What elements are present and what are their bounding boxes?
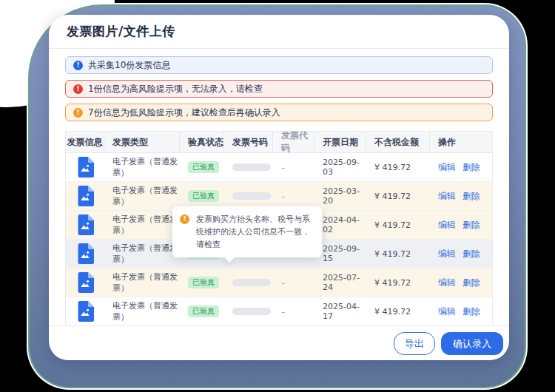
- cell-invoice-info: [66, 214, 104, 235]
- issue-date-text: 2025-03-20: [323, 186, 366, 206]
- modal-header: 发票图片/文件上传: [49, 15, 509, 49]
- issue-date-text: 2025-04-17: [323, 302, 366, 321]
- amount-text: ¥ 419.72: [374, 220, 411, 230]
- invoice-image-document-icon[interactable]: [76, 243, 94, 264]
- cell-invoice-number: [224, 279, 273, 286]
- cell-invoice-number: [224, 192, 273, 200]
- invoice-type-text: 电子发票（普通发票）: [112, 214, 180, 236]
- invoice-code-text: –: [281, 278, 286, 288]
- cell-invoice-type: 电子发票（普通发票）: [104, 271, 180, 294]
- invoice-code-text: –: [281, 163, 286, 172]
- edit-link[interactable]: 编辑: [438, 161, 456, 174]
- alert-text: 7份信息为低风险提示项，建议检查后再确认录入: [88, 107, 280, 119]
- modal-footer: 导出 确认录入: [49, 325, 509, 360]
- issue-date-text: 2025-09-03: [323, 158, 366, 177]
- column-header-actions: 操作: [430, 132, 492, 152]
- cell-verify-status: 已验真: [180, 161, 224, 173]
- cell-invoice-code: –: [273, 163, 314, 172]
- delete-link[interactable]: 删除: [462, 190, 480, 203]
- cell-amount: ¥ 419.72: [366, 249, 430, 259]
- cell-invoice-number: [224, 163, 273, 171]
- alert-high-risk: ! 1份信息为高风险提示项，无法录入，请检查: [65, 80, 493, 98]
- status-badge: 已验真: [188, 305, 219, 317]
- cell-issue-date: 2025-03-20: [314, 186, 366, 206]
- cell-verify-status: 已验真: [180, 277, 224, 288]
- delete-link[interactable]: 删除: [462, 248, 480, 260]
- column-header-invoice-number: 发票号码: [224, 132, 273, 152]
- cell-amount: ¥ 419.72: [366, 220, 430, 230]
- cell-invoice-type: 电子发票（普通发票）: [104, 156, 180, 178]
- amount-text: ¥ 419.72: [374, 163, 411, 172]
- invoice-image-document-icon[interactable]: [76, 214, 94, 235]
- cell-invoice-code: –: [273, 278, 314, 288]
- alert-text: 1份信息为高风险提示项，无法录入，请检查: [88, 83, 263, 95]
- issue-date-text: 2025-07-24: [323, 273, 366, 292]
- cell-issue-date: 2025-07-24: [314, 273, 366, 292]
- column-header-issue-date: 开票日期: [314, 132, 366, 152]
- table-header-row: 发票信息 发票类型 验真状态 发票号码 发票代码 开票日期 不含税金额 操作: [66, 132, 492, 153]
- invoice-type-text: 电子发票（普通发票）: [112, 300, 180, 322]
- issue-date-text: 2024-04-02: [323, 215, 366, 234]
- cell-actions: 编辑 删除: [430, 277, 492, 289]
- delete-link[interactable]: 删除: [462, 161, 480, 174]
- table-row[interactable]: 电子发票（普通发票） 已验真 – 2025-07-24 ¥ 419.72 编辑 …: [66, 268, 492, 297]
- invoice-type-text: 电子发票（普通发票）: [112, 185, 180, 207]
- edit-link[interactable]: 编辑: [438, 277, 456, 289]
- edit-link[interactable]: 编辑: [438, 248, 456, 260]
- modal-body: ! 共采集10份发票信息 ! 1份信息为高风险提示项，无法录入，请检查 ! 7份…: [49, 56, 509, 326]
- delete-link[interactable]: 删除: [462, 277, 480, 289]
- status-badge: 已验真: [188, 277, 219, 288]
- invoice-code-text: –: [281, 192, 286, 201]
- screen: 发票图片/文件上传 ! 共采集10份发票信息 ! 1份信息为高风险提示项，无法录…: [0, 0, 555, 392]
- cell-invoice-info: [66, 301, 104, 322]
- cell-verify-status: 已验真: [180, 305, 224, 317]
- masked-invoice-number: [232, 163, 271, 171]
- invoice-type-text: 电子发票（普通发票）: [112, 156, 180, 178]
- amount-text: ¥ 419.72: [374, 192, 411, 201]
- cell-invoice-number: [224, 308, 273, 315]
- edit-link[interactable]: 编辑: [438, 305, 456, 318]
- cell-actions: 编辑 删除: [430, 190, 492, 203]
- cell-actions: 编辑 删除: [430, 305, 492, 318]
- export-button[interactable]: 导出: [394, 332, 435, 355]
- delete-link[interactable]: 删除: [462, 219, 480, 232]
- invoice-code-text: –: [281, 307, 286, 317]
- page-title: 发票图片/文件上传: [67, 23, 175, 40]
- cell-issue-date: 2024-04-02: [314, 215, 366, 234]
- invoice-image-document-icon[interactable]: [76, 301, 94, 322]
- cell-invoice-info: [66, 272, 104, 293]
- table-row[interactable]: 电子发票（普通发票） 已验真 – 2025-04-17 ¥ 419.72 编辑 …: [66, 297, 492, 325]
- delete-link[interactable]: 删除: [462, 305, 480, 318]
- masked-invoice-number: [232, 279, 271, 286]
- cell-amount: ¥ 419.72: [366, 278, 430, 288]
- cell-issue-date: 2025-04-17: [314, 302, 366, 321]
- column-header-verify-status: 验真状态: [180, 132, 224, 152]
- cell-issue-date: 2025-09-15: [314, 244, 366, 263]
- cell-actions: 编辑 删除: [430, 248, 492, 260]
- cell-actions: 编辑 删除: [430, 161, 492, 174]
- column-header-invoice-type: 发票类型: [104, 132, 180, 152]
- tooltip-text: 发票购买方抬头名称、税号与系统维护的法人公司信息不一致，请检查: [196, 214, 310, 249]
- cell-invoice-type: 电子发票（普通发票）: [104, 185, 180, 207]
- invoice-image-document-icon[interactable]: [76, 157, 94, 178]
- cell-invoice-type: 电子发票（普通发票）: [104, 243, 180, 265]
- edit-link[interactable]: 编辑: [438, 219, 456, 232]
- column-header-invoice-code: 发票代码: [273, 132, 314, 152]
- confirm-entry-button[interactable]: 确认录入: [441, 332, 503, 355]
- invoice-image-document-icon[interactable]: [76, 186, 94, 206]
- cell-invoice-info: [66, 186, 104, 206]
- cell-invoice-info: [66, 243, 104, 264]
- invoice-image-document-icon[interactable]: [76, 272, 94, 293]
- edit-link[interactable]: 编辑: [438, 190, 456, 203]
- masked-invoice-number: [232, 192, 271, 200]
- risk-tooltip: ! 发票购买方抬头名称、税号与系统维护的法人公司信息不一致，请检查: [172, 206, 322, 257]
- table-row[interactable]: 电子发票（普通发票） 已验真 – 2025-09-03 ¥ 419.72 编辑 …: [66, 153, 492, 182]
- invoice-type-text: 电子发票（普通发票）: [112, 243, 180, 265]
- cell-amount: ¥ 419.72: [366, 163, 430, 172]
- cell-verify-status: 已验真: [180, 190, 224, 202]
- amount-text: ¥ 419.72: [374, 307, 411, 317]
- alert-collected-count: ! 共采集10份发票信息: [65, 56, 493, 74]
- cell-invoice-code: –: [273, 307, 314, 317]
- column-header-amount-ex-tax: 不含税金额: [366, 132, 430, 152]
- cell-actions: 编辑 删除: [430, 219, 492, 232]
